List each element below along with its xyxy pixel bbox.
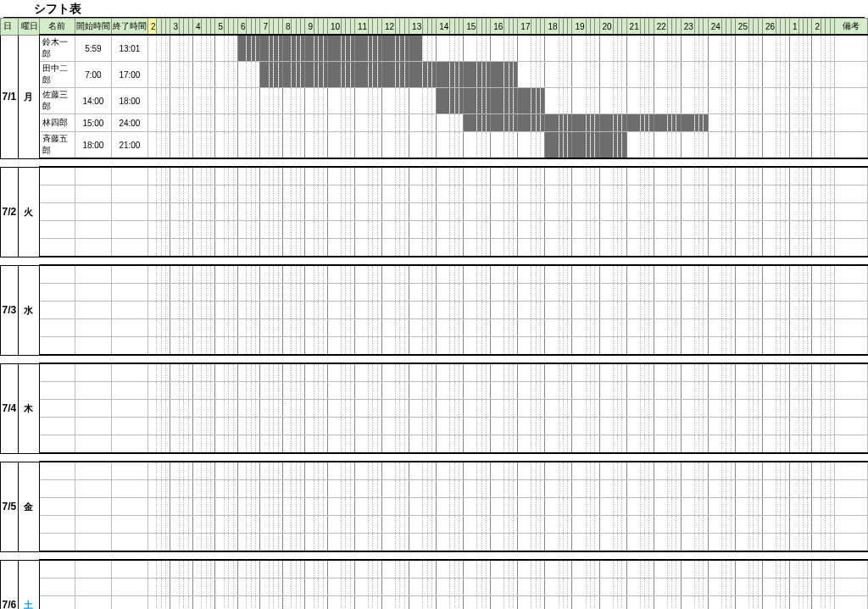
shift-cell[interactable] — [237, 132, 247, 159]
shift-cell[interactable] — [237, 167, 247, 185]
shift-cell[interactable] — [599, 284, 613, 302]
shift-cell[interactable] — [545, 516, 559, 534]
shift-cell[interactable] — [681, 114, 694, 132]
shift-cell[interactable] — [735, 337, 748, 356]
shift-cell[interactable] — [382, 435, 396, 454]
shift-cell[interactable] — [437, 534, 450, 552]
shift-cell[interactable] — [545, 480, 559, 498]
shift-cell[interactable] — [147, 284, 157, 302]
shift-cell[interactable] — [147, 132, 157, 159]
shift-cell[interactable] — [735, 516, 748, 534]
shift-cell[interactable] — [626, 203, 640, 221]
shift-cell[interactable] — [170, 284, 180, 302]
shift-cell[interactable] — [354, 498, 368, 516]
shift-cell[interactable] — [260, 596, 270, 610]
cell-end[interactable] — [111, 534, 147, 552]
shift-cell[interactable] — [812, 480, 821, 498]
cell-end[interactable] — [111, 480, 147, 498]
shift-cell[interactable] — [708, 284, 721, 302]
cell-date-7/5[interactable]: 7/5 — [1, 462, 19, 551]
shift-cell[interactable] — [170, 418, 180, 435]
cell-name[interactable] — [39, 363, 75, 382]
shift-cell[interactable] — [708, 62, 721, 88]
shift-cell[interactable] — [170, 88, 180, 114]
shift-cell[interactable] — [518, 88, 531, 114]
shift-cell[interactable] — [518, 462, 531, 480]
shift-cell[interactable] — [626, 88, 640, 114]
shift-cell[interactable] — [170, 498, 180, 516]
shift-cell[interactable] — [409, 221, 423, 239]
shift-cell[interactable] — [626, 382, 640, 400]
shift-cell[interactable] — [192, 480, 202, 498]
shift-cell[interactable] — [237, 88, 247, 114]
shift-cell[interactable] — [170, 462, 180, 480]
cell-name[interactable] — [39, 435, 75, 454]
cell-remarks[interactable] — [834, 265, 867, 284]
shift-cell[interactable] — [812, 534, 821, 552]
shift-cell[interactable] — [437, 435, 450, 454]
shift-cell[interactable] — [654, 435, 667, 454]
shift-cell[interactable] — [147, 88, 157, 114]
shift-cell[interactable] — [305, 516, 314, 534]
shift-cell[interactable] — [170, 480, 180, 498]
shift-cell[interactable] — [382, 203, 396, 221]
shift-cell[interactable] — [518, 62, 531, 88]
shift-cell[interactable] — [572, 462, 586, 480]
cell-end[interactable] — [111, 579, 147, 596]
cell-remarks[interactable] — [834, 363, 867, 382]
shift-cell[interactable] — [626, 418, 640, 435]
shift-cell[interactable] — [735, 114, 748, 132]
cell-name[interactable] — [39, 534, 75, 552]
shift-cell[interactable] — [762, 221, 776, 239]
shift-cell[interactable] — [518, 167, 531, 185]
shift-cell[interactable] — [215, 418, 225, 435]
shift-cell[interactable] — [327, 462, 341, 480]
shift-cell[interactable] — [354, 35, 368, 62]
shift-cell[interactable] — [735, 462, 748, 480]
shift-cell[interactable] — [215, 462, 225, 480]
shift-cell[interactable] — [147, 221, 157, 239]
shift-cell[interactable] — [170, 221, 180, 239]
shift-cell[interactable] — [215, 167, 225, 185]
shift-cell[interactable] — [215, 363, 225, 382]
shift-cell[interactable] — [681, 462, 694, 480]
shift-cell[interactable] — [789, 265, 798, 284]
cell-remarks[interactable] — [834, 400, 867, 418]
shift-cell[interactable] — [354, 400, 368, 418]
shift-cell[interactable] — [215, 534, 225, 552]
shift-cell[interactable] — [237, 221, 247, 239]
shift-cell[interactable] — [762, 480, 776, 498]
shift-cell[interactable] — [491, 560, 504, 579]
shift-cell[interactable] — [789, 114, 798, 132]
shift-cell[interactable] — [626, 35, 640, 62]
shift-cell[interactable] — [654, 35, 667, 62]
shift-cell[interactable] — [654, 302, 667, 319]
shift-cell[interactable] — [545, 62, 559, 88]
shift-cell[interactable] — [237, 114, 247, 132]
shift-cell[interactable] — [192, 337, 202, 356]
cell-end[interactable] — [111, 435, 147, 454]
shift-cell[interactable] — [789, 579, 798, 596]
shift-cell[interactable] — [762, 203, 776, 221]
shift-cell[interactable] — [518, 337, 531, 356]
shift-cell[interactable] — [491, 418, 504, 435]
cell-end[interactable] — [111, 516, 147, 534]
cell-start[interactable] — [75, 221, 111, 239]
shift-cell[interactable] — [260, 114, 270, 132]
shift-cell[interactable] — [327, 435, 341, 454]
shift-cell[interactable] — [654, 596, 667, 610]
shift-cell[interactable] — [812, 418, 821, 435]
cell-remarks[interactable] — [834, 239, 867, 257]
shift-cell[interactable] — [215, 221, 225, 239]
shift-cell[interactable] — [762, 114, 776, 132]
shift-cell[interactable] — [382, 62, 396, 88]
shift-cell[interactable] — [572, 203, 586, 221]
shift-cell[interactable] — [681, 319, 694, 337]
shift-cell[interactable] — [812, 382, 821, 400]
shift-cell[interactable] — [812, 167, 821, 185]
shift-cell[interactable] — [327, 35, 341, 62]
shift-cell[interactable] — [735, 284, 748, 302]
shift-cell[interactable] — [305, 462, 314, 480]
shift-cell[interactable] — [708, 185, 721, 203]
shift-cell[interactable] — [354, 88, 368, 114]
